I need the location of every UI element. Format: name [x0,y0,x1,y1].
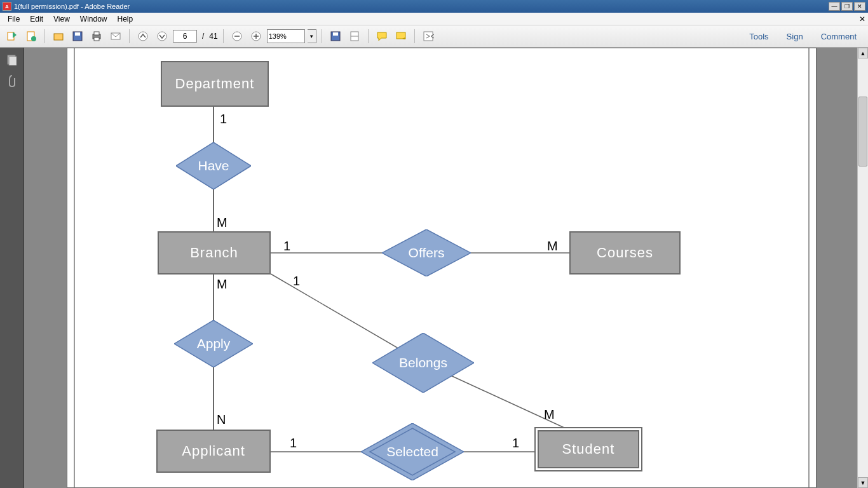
cardinality: 1 [290,436,297,451]
page-margin [74,48,75,487]
menu-file[interactable]: File [3,13,25,25]
entity-label: Courses [597,245,653,261]
pdf-page: Department Branch Courses Applicant Stud… [67,48,817,488]
toolbar-separator [322,29,322,43]
menubar: File Edit View Window Help ✕ [0,13,868,25]
entity-applicant: Applicant [156,430,271,473]
comment-button[interactable] [374,28,390,44]
relationship-label: Selected [361,423,464,480]
entity-courses: Courses [569,231,681,274]
attachments-icon[interactable] [5,74,19,88]
comment-link[interactable]: Comment [813,29,864,44]
scroll-down-button[interactable]: ▼ [858,477,868,488]
relationship-label: Offers [382,229,471,276]
menu-edit[interactable]: Edit [25,13,48,25]
relationship-selected: Selected [361,423,464,480]
toolbar: / 41 ▼ Tools Sign Comment [0,25,868,48]
cardinality: 1 [220,112,227,126]
navigation-panel [0,48,24,488]
export-pdf-button[interactable] [4,28,20,44]
entity-label: Branch [190,245,238,261]
cardinality: 1 [293,274,300,288]
zoom-in-button[interactable] [248,28,264,44]
entity-branch: Branch [158,231,271,274]
toolbar-separator [129,29,130,43]
page-total: 41 [209,32,217,41]
scrollbar-track[interactable] [858,58,868,477]
svg-point-11 [158,32,166,41]
restore-button[interactable]: ❐ [841,2,853,11]
svg-rect-5 [75,32,80,36]
thumbnails-icon[interactable] [5,53,19,67]
relationship-label: Apply [174,320,253,367]
toolbar-separator [44,29,45,43]
page-up-button[interactable] [135,28,151,44]
print-button[interactable] [88,28,105,44]
page-down-button[interactable] [154,28,170,44]
pdf-icon: A [3,2,11,11]
page-margin [808,48,810,487]
entity-label: Student [562,441,615,458]
cardinality: M [217,215,227,230]
menu-help[interactable]: Help [112,13,139,25]
relationship-label: Have [176,142,251,189]
entity-label: Applicant [182,443,245,459]
page-number-input[interactable] [173,30,197,43]
highlight-button[interactable] [393,28,409,44]
cardinality: M [217,277,227,292]
svg-rect-3 [54,34,63,40]
create-pdf-button[interactable] [23,28,39,44]
page-separator: / [202,32,204,41]
read-mode-button[interactable] [420,28,437,44]
relationship-have: Have [176,142,251,189]
toolbar-separator [414,29,415,43]
save-toolbar-button[interactable] [327,28,344,44]
relationship-belongs: Belongs [372,333,474,393]
menu-view[interactable]: View [48,13,75,25]
entity-student: Student [534,427,642,471]
cardinality: 1 [283,239,290,254]
svg-rect-21 [397,32,405,39]
vertical-scrollbar[interactable]: ▲ ▼ [857,48,868,488]
document-area[interactable]: Department Branch Courses Applicant Stud… [24,48,857,488]
zoom-input[interactable] [267,29,305,43]
scrollbar-thumb[interactable] [858,97,867,166]
cardinality: 1 [512,436,519,451]
view-mode-button[interactable] [346,28,363,44]
close-window-button[interactable]: ✕ [854,2,865,11]
toolbar-separator [223,29,224,43]
svg-point-2 [31,36,36,41]
close-document-button[interactable]: ✕ [859,15,865,24]
open-button[interactable] [50,28,67,44]
window-titlebar: A 1(full permission).pdf - Adobe Reader … [0,0,868,13]
zoom-dropdown[interactable]: ▼ [308,29,316,43]
relationship-label: Belongs [372,333,474,393]
tools-link[interactable]: Tools [742,29,776,44]
zoom-out-button[interactable] [229,28,245,44]
sign-link[interactable]: Sign [779,29,811,44]
entity-department: Department [161,61,269,107]
window-title: 1(full permission).pdf - Adobe Reader [14,3,827,10]
relationship-apply: Apply [174,320,253,367]
svg-point-10 [139,32,147,41]
svg-rect-24 [9,57,17,65]
cardinality: M [544,407,555,422]
svg-rect-7 [94,32,99,35]
save-button[interactable] [69,28,86,44]
cardinality: M [547,239,558,254]
cardinality: N [217,412,226,427]
menu-window[interactable]: Window [75,13,112,25]
toolbar-separator [368,29,369,43]
minimize-button[interactable]: — [829,2,840,11]
scroll-up-button[interactable]: ▲ [858,48,868,58]
svg-rect-18 [333,32,338,36]
svg-rect-8 [94,37,99,41]
entity-label: Department [175,76,255,92]
email-button[interactable] [107,28,124,44]
relationship-offers: Offers [382,229,471,276]
